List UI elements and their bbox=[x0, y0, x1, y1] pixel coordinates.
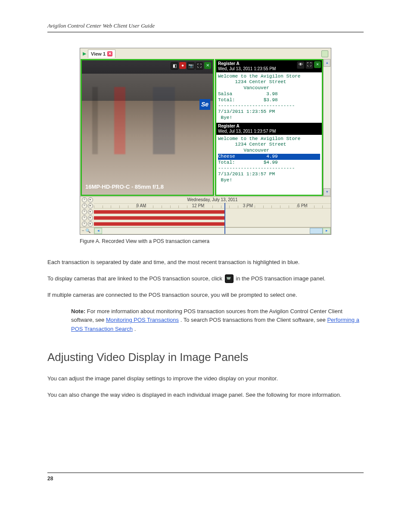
receipt2-welcome: Welcome to the Avigilon Store bbox=[218, 136, 300, 141]
timeline-track[interactable] bbox=[94, 216, 331, 220]
timeline-scale[interactable]: 9 AM 12 PM 3 PM 6 PM bbox=[94, 203, 331, 208]
horizontal-scrollbar[interactable]: ◂ ▸ bbox=[94, 227, 331, 234]
receipt2-bye: Bye! bbox=[221, 177, 232, 183]
receipt1-price: 3.98 bbox=[266, 91, 277, 96]
timeline-track[interactable] bbox=[94, 210, 331, 214]
fullscreen-icon[interactable]: ⛶ bbox=[196, 62, 203, 70]
receipt2-sep: --------------------------- bbox=[218, 165, 295, 171]
timeline-date: Wednesday, July 13, 2011 bbox=[94, 196, 331, 204]
view-tab[interactable]: View 1 ✕ bbox=[88, 50, 115, 58]
timeline-ctrl[interactable]: +▸ bbox=[80, 197, 94, 202]
close-tab-icon[interactable]: ✕ bbox=[107, 51, 112, 56]
image-panels: ◧ ● 📷 ⛶ ✕ 16MP-HD-PRO-C - 85mm f/1.8 👁 ⛶… bbox=[80, 59, 331, 196]
paragraph: You can also change the way video is dis… bbox=[47, 391, 364, 399]
timeline-zoom[interactable]: −🔍 bbox=[80, 227, 94, 234]
page-footer: 28 bbox=[47, 473, 364, 482]
figure-caption: Figure A. Recorded View with a POS trans… bbox=[80, 237, 331, 245]
scroll-down-icon[interactable]: ▾ bbox=[324, 188, 330, 196]
timeline[interactable]: +▸ Wednesday, July 13, 2011 +▸ 9 AM 12 P… bbox=[80, 196, 331, 234]
receipt1-addr2: Vancouver bbox=[243, 85, 269, 90]
video-image-panel[interactable]: ◧ ● 📷 ⛶ ✕ 16MP-HD-PRO-C - 85mm f/1.8 bbox=[81, 59, 214, 196]
close-panel-icon[interactable]: ✕ bbox=[204, 62, 211, 69]
screenshot-figure: ▶ View 1 ✕ ◧ ● 📷 ⛶ ✕ 16MP-HD-PRO-C - 85m… bbox=[80, 48, 331, 235]
page-header-title: Avigilon Control Center Web Client User … bbox=[47, 22, 364, 32]
play-icon[interactable]: ▸ bbox=[88, 221, 93, 227]
pos-panel-wrap: 👁 ⛶ ✕ Register A Wed, Jul 13, 2011 1:23:… bbox=[215, 59, 331, 196]
play-icon[interactable]: ▸ bbox=[88, 215, 93, 221]
play-icon[interactable]: ▸ bbox=[88, 197, 93, 202]
receipt1-total: $3.98 bbox=[264, 97, 278, 103]
receipt1-sep: --------------------------- bbox=[218, 103, 295, 108]
timeline-track[interactable] bbox=[94, 222, 331, 226]
receipt1-bye: Bye! bbox=[221, 115, 232, 120]
receipt1-body: Welcome to the Avigilon Store 1234 Cente… bbox=[216, 72, 322, 121]
receipt1-welcome: Welcome to the Avigilon Store bbox=[218, 74, 300, 79]
scroll-up-icon[interactable]: ▴ bbox=[324, 59, 330, 67]
camera-label: 16MP-HD-PRO-C - 85mm f/1.8 bbox=[85, 183, 164, 191]
receipt2-total: $4.99 bbox=[264, 160, 278, 165]
link-monitoring-pos[interactable]: Monitoring POS Transactions bbox=[106, 317, 179, 323]
text-run: To display cameras that are linked to th… bbox=[47, 275, 224, 282]
scroll-thumb[interactable] bbox=[310, 228, 323, 234]
view-tab-label: View 1 bbox=[91, 50, 106, 58]
receipt1-total-label: Total: bbox=[218, 97, 235, 103]
scroll-left-icon[interactable]: ◂ bbox=[94, 228, 102, 234]
play-icon[interactable]: ▸ bbox=[88, 209, 93, 215]
zoom-in-icon[interactable]: 🔍 bbox=[85, 227, 90, 234]
pos-transaction-panel[interactable]: 👁 ⛶ ✕ Register A Wed, Jul 13, 2011 1:23:… bbox=[215, 59, 323, 196]
timeline-bottom: −🔍 ◂ ▸ bbox=[80, 227, 331, 234]
snapshot-icon[interactable]: ◧ bbox=[171, 62, 178, 70]
timeline-ctrl[interactable]: +▸ bbox=[80, 215, 94, 221]
record-icon[interactable]: ● bbox=[179, 62, 186, 69]
receipt2-highlight-row: Cheese 4.99 bbox=[218, 154, 320, 160]
paragraph: Each transaction is separated by date an… bbox=[47, 258, 364, 267]
receipt2-addr1: 1234 Center Street bbox=[235, 142, 286, 147]
fullscreen-icon[interactable]: ⛶ bbox=[305, 61, 313, 69]
expand-icon[interactable]: + bbox=[82, 197, 87, 202]
camera-icon[interactable]: 📷 bbox=[187, 62, 195, 70]
pos-panel-icons: 👁 ⛶ ✕ bbox=[297, 61, 321, 69]
receipt2-price: 4.99 bbox=[266, 154, 277, 159]
receipt2-addr2: Vancouver bbox=[243, 148, 269, 153]
layout-menu-icon[interactable] bbox=[321, 50, 328, 57]
timeline-ctrl[interactable]: +▸ bbox=[80, 221, 94, 227]
zoom-out-icon[interactable]: − bbox=[82, 227, 84, 234]
expand-icon[interactable]: + bbox=[82, 203, 87, 208]
scroll-track[interactable] bbox=[324, 67, 330, 188]
receipt2-item: Cheese bbox=[218, 154, 235, 159]
video-scene bbox=[82, 60, 213, 195]
close-panel-icon[interactable]: ✕ bbox=[314, 61, 321, 68]
receipt2-tsline: 7/13/2011 1:23:57 PM bbox=[218, 171, 275, 177]
page-number: 28 bbox=[47, 476, 53, 482]
note-label: Note: bbox=[71, 308, 85, 314]
receipt2-timestamp: Wed, Jul 13, 2011 1:23:57 PM bbox=[218, 129, 276, 134]
text-run: . bbox=[134, 326, 136, 332]
timeline-ctrl[interactable]: +▸ bbox=[80, 203, 94, 208]
figure-wrapper: ▶ View 1 ✕ ◧ ● 📷 ⛶ ✕ 16MP-HD-PRO-C - 85m… bbox=[80, 48, 331, 245]
timeline-playhead[interactable] bbox=[224, 203, 225, 234]
vertical-scrollbar[interactable]: ▴ ▾ bbox=[323, 59, 330, 196]
receipt1-item: Salsa bbox=[218, 91, 232, 96]
pos-source-icon[interactable]: 👁 bbox=[297, 61, 305, 69]
expand-icon[interactable]: + bbox=[82, 221, 87, 227]
receipt2-body: Welcome to the Avigilon Store 1234 Cente… bbox=[216, 135, 322, 184]
expand-icon[interactable]: + bbox=[82, 209, 87, 215]
play-icon[interactable]: ▸ bbox=[88, 203, 93, 208]
receipt2-total-label: Total: bbox=[218, 160, 235, 165]
text-run: in the POS transaction image panel. bbox=[236, 275, 325, 282]
scroll-right-icon[interactable]: ▸ bbox=[323, 228, 330, 234]
pos-camera-link-icon bbox=[225, 274, 234, 283]
receipt1-addr1: 1234 Center Street bbox=[235, 79, 286, 84]
receipt1-title: Register A bbox=[218, 61, 240, 66]
video-panel-icons: ◧ ● 📷 ⛶ ✕ bbox=[171, 62, 211, 70]
play-arrow-icon: ▶ bbox=[83, 50, 86, 57]
receipt2-header: Register A Wed, Jul 13, 2011 1:23:57 PM bbox=[216, 123, 322, 135]
section-heading: Adjusting Video Display in Image Panels bbox=[47, 349, 364, 366]
paragraph: To display cameras that are linked to th… bbox=[47, 274, 364, 283]
paragraph: If multiple cameras are connected to the… bbox=[47, 291, 364, 299]
timeline-ctrl[interactable]: +▸ bbox=[80, 209, 94, 215]
text-run: . To search POS transactions from the Cl… bbox=[181, 317, 327, 323]
expand-icon[interactable]: + bbox=[82, 215, 87, 221]
receipt2-title: Register A bbox=[218, 124, 240, 128]
view-tab-bar: ▶ View 1 ✕ bbox=[80, 48, 331, 59]
